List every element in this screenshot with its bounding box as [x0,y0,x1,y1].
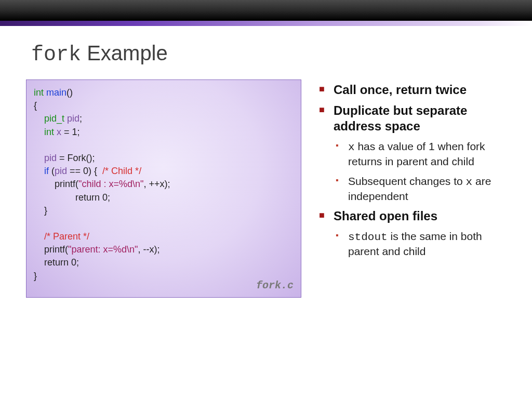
bullet-level-2: x has a value of 1 when fork returns in … [317,139,506,169]
code-line: int x = 1; [34,126,294,139]
code-listing: int main() { pid_t pid; int x = 1; pid =… [26,79,301,298]
bullet-level-1: Shared open files [317,208,506,224]
bullet-level-2: stdout is the same in both parent and ch… [317,229,506,259]
code-line: } [34,270,294,283]
slide-content: fork Example int main() { pid_t pid; int… [0,26,532,298]
code-line: if (pid == 0) { /* Child */ [34,165,294,178]
title-mono-part: fork [31,43,81,66]
code-line: return 0; [34,191,294,204]
code-line [34,217,294,230]
code-line [34,139,294,152]
code-line: int main() [34,86,294,99]
slide-top-bar [0,0,532,21]
code-line: /* Parent */ [34,230,294,243]
bullet-level-1: Duplicate but separate address space [317,103,506,134]
bullet-list: Call once, return twice Duplicate but se… [317,79,506,298]
code-line: return 0; [34,256,294,269]
slide-title: fork Example [31,42,506,66]
bullet-level-1: Call once, return twice [317,82,506,98]
code-filename: fork.c [256,278,294,293]
code-line: pid_t pid; [34,112,294,125]
slide-accent-bar [0,21,532,26]
code-line: { [34,99,294,112]
title-rest-part: Example [81,42,168,64]
bullet-level-2: Subsequent changes to x are independent [317,174,506,204]
code-line: printf("child : x=%d\n", ++x); [34,178,294,191]
code-line: } [34,204,294,217]
code-line: pid = Fork(); [34,152,294,165]
two-column-layout: int main() { pid_t pid; int x = 1; pid =… [26,79,506,298]
code-line: printf("parent: x=%d\n", --x); [34,243,294,256]
